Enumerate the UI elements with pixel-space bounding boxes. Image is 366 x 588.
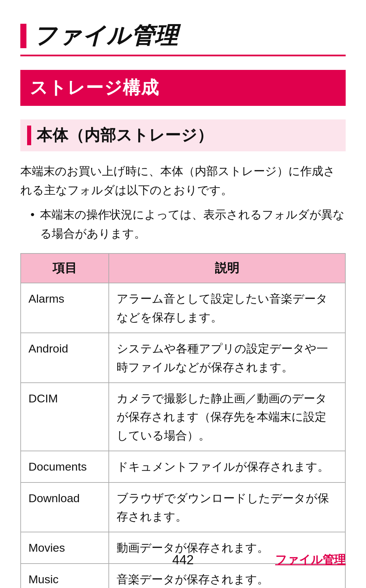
footer-section-label: ファイル管理 — [275, 552, 346, 568]
table-row: Documentsドキュメントファイルが保存されます。 — [21, 451, 345, 482]
title-accent-bar — [20, 24, 26, 48]
subsection-accent-bar — [27, 126, 31, 145]
bullet-list: 本端末の操作状況によっては、表示されるフォルダが異なる場合があります。 — [30, 205, 346, 243]
page-container: ファイル管理 ストレージ構成 本体（内部ストレージ） 本端末のお買い上げ時に、本… — [0, 0, 366, 588]
bullet-item: 本端末の操作状況によっては、表示されるフォルダが異なる場合があります。 — [30, 205, 346, 243]
page-number: 442 — [172, 553, 194, 567]
table-cell-item: DCIM — [21, 383, 109, 451]
table-row: Androidシステムや各種アプリの設定データや一時ファイルなどが保存されます。 — [21, 333, 345, 383]
table-cell-item: Alarms — [21, 283, 109, 333]
table-row: Alarmsアラーム音として設定したい音楽データなどを保存します。 — [21, 283, 345, 333]
table-cell-description: システムや各種アプリの設定データや一時ファイルなどが保存されます。 — [109, 333, 345, 383]
section-header-text: ストレージ構成 — [30, 78, 159, 97]
table-cell-description: アラーム音として設定したい音楽データなどを保存します。 — [109, 283, 345, 333]
body-text: 本端末のお買い上げ時に、本体（内部ストレージ）に作成される主なフォルダは以下のと… — [20, 162, 346, 200]
title-underline — [20, 55, 346, 56]
table-row: DCIMカメラで撮影した静止画／動画のデータが保存されます（保存先を本端末に設定… — [21, 383, 345, 451]
table-cell-item: Android — [21, 333, 109, 383]
storage-table: 項目 説明 Alarmsアラーム音として設定したい音楽データなどを保存します。A… — [20, 253, 346, 588]
page-title-section: ファイル管理 — [20, 20, 346, 51]
table-row: Downloadブラウザでダウンロードしたデータが保存されます。 — [21, 482, 345, 532]
subsection-header: 本体（内部ストレージ） — [20, 119, 346, 151]
col1-header: 項目 — [21, 253, 109, 283]
page-footer: 442 ファイル管理 — [20, 552, 346, 568]
page-title: ファイル管理 — [33, 20, 178, 51]
table-cell-item: Documents — [21, 451, 109, 482]
col2-header: 説明 — [109, 253, 345, 283]
bullet-item-text: 本端末の操作状況によっては、表示されるフォルダが異なる場合があります。 — [40, 208, 345, 240]
table-cell-description: ブラウザでダウンロードしたデータが保存されます。 — [109, 482, 345, 532]
table-cell-description: カメラで撮影した静止画／動画のデータが保存されます（保存先を本端末に設定している… — [109, 383, 345, 451]
subsection-header-text: 本体（内部ストレージ） — [37, 125, 213, 146]
table-cell-description: ドキュメントファイルが保存されます。 — [109, 451, 345, 482]
table-cell-item: Download — [21, 482, 109, 532]
section-header: ストレージ構成 — [20, 70, 346, 106]
